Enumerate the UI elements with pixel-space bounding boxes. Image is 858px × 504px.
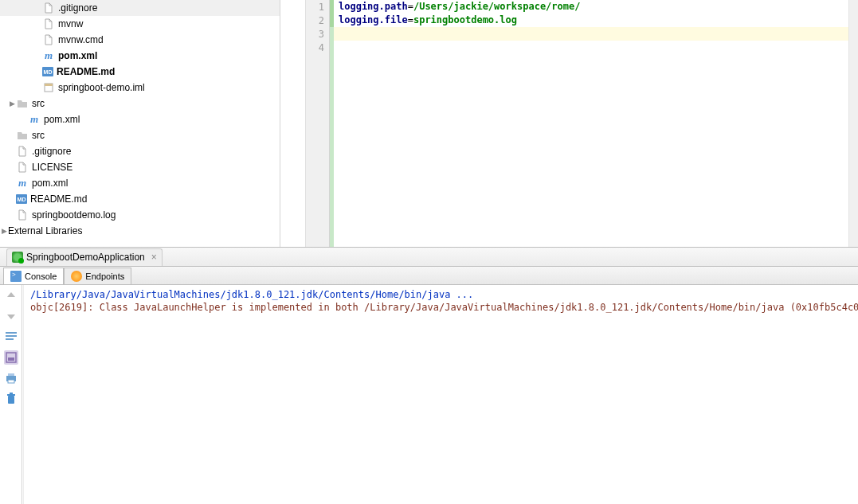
- editor-gutter-strip: [280, 0, 306, 247]
- tree-label: External Libraries: [8, 225, 82, 236]
- console-line[interactable]: /Library/Java/JavaVirtualMachines/jdk1.8…: [25, 288, 856, 301]
- run-sub-tab-bar: ConsoleEndpoints: [0, 267, 858, 285]
- tree-label: src: [32, 130, 45, 141]
- svg-rect-11: [7, 394, 15, 396]
- tree-item[interactable]: ▶src: [0, 96, 280, 111]
- scroll-down-button[interactable]: [4, 309, 18, 323]
- line-number: 4: [306, 41, 329, 54]
- expand-arrow-icon[interactable]: ▶: [0, 227, 8, 235]
- tree-label: .gitignore: [58, 2, 97, 14]
- console-toolbar: [0, 285, 22, 504]
- tree-label: LICENSE: [32, 162, 72, 173]
- run-tab-bar: SpringbootDemoApplication ×: [0, 248, 858, 267]
- tree-item[interactable]: .gitignore: [0, 0, 280, 16]
- code-line[interactable]: logging.file=springbootdemo.log: [334, 14, 848, 27]
- tree-item[interactable]: src: [0, 127, 280, 143]
- tree-item[interactable]: mpom.xml: [0, 48, 280, 64]
- tab-label: Endpoints: [85, 272, 124, 281]
- run-config-tab[interactable]: SpringbootDemoApplication ×: [6, 248, 163, 266]
- tree-item[interactable]: MDREADME.md: [0, 64, 280, 80]
- run-tool-window: SpringbootDemoApplication × ConsoleEndpo…: [0, 247, 858, 504]
- tree-item[interactable]: ▶External Libraries: [0, 223, 280, 239]
- tree-item[interactable]: mpom.xml: [0, 111, 280, 127]
- svg-rect-8: [8, 373, 14, 376]
- close-icon[interactable]: ×: [148, 252, 157, 263]
- module-icon: [42, 81, 55, 94]
- console-output[interactable]: /Library/Java/JavaVirtualMachines/jdk1.8…: [23, 285, 858, 504]
- code-line[interactable]: logging.path=/Users/jackie/workspace/rom…: [334, 0, 848, 14]
- tree-label: mvnw: [58, 18, 83, 29]
- maven-icon: m: [16, 177, 29, 189]
- tree-item[interactable]: springboot-demo.iml: [0, 80, 280, 96]
- line-number: 1: [306, 0, 329, 14]
- file-icon: [16, 145, 29, 158]
- tree-label: springboot-demo.iml: [58, 82, 145, 93]
- svg-rect-2: [6, 332, 17, 334]
- line-number: 3: [306, 27, 329, 41]
- tab-endpoints[interactable]: Endpoints: [64, 268, 131, 284]
- tree-item[interactable]: mvnw: [0, 16, 280, 32]
- file-icon: [16, 161, 29, 174]
- file-icon: [42, 33, 55, 46]
- editor[interactable]: 1234 logging.path=/Users/jackie/workspac…: [280, 0, 858, 247]
- scroll-up-button[interactable]: [4, 288, 18, 303]
- editor-error-stripe: [848, 0, 858, 247]
- console-line[interactable]: objc[2619]: Class JavaLaunchHelper is im…: [25, 301, 856, 314]
- svg-rect-10: [8, 396, 14, 404]
- tree-label: mvnw.cmd: [58, 34, 104, 45]
- tree-item[interactable]: LICENSE: [0, 159, 280, 175]
- tree-label: .gitignore: [32, 146, 71, 157]
- tree-label: README.md: [57, 66, 115, 77]
- console-icon: [10, 271, 22, 282]
- file-icon: [16, 209, 29, 221]
- tree-label: pom.xml: [58, 50, 97, 61]
- expand-arrow-icon[interactable]: ▶: [8, 100, 16, 107]
- svg-rect-4: [6, 338, 14, 340]
- tree-label: README.md: [30, 193, 87, 205]
- clear-all-button[interactable]: [4, 392, 18, 406]
- file-icon: [42, 2, 55, 14]
- tree-item[interactable]: mpom.xml: [0, 175, 280, 191]
- folder-icon: [16, 129, 29, 142]
- svg-rect-9: [8, 380, 14, 383]
- markdown-icon: MD: [42, 67, 53, 76]
- project-tree[interactable]: .gitignoremvnwmvnw.cmdmpom.xmlMDREADME.m…: [0, 0, 280, 247]
- line-number: 2: [306, 14, 329, 27]
- svg-rect-12: [10, 393, 13, 394]
- endpoints-icon: [71, 271, 82, 282]
- tree-label: src: [32, 98, 45, 109]
- tab-label: Console: [25, 272, 57, 281]
- tree-label: springbootdemo.log: [32, 209, 116, 221]
- tree-item[interactable]: MDREADME.md: [0, 191, 280, 207]
- tab-console[interactable]: Console: [3, 268, 64, 284]
- markdown-icon: MD: [16, 194, 27, 204]
- tree-item[interactable]: .gitignore: [0, 143, 280, 159]
- tree-label: pom.xml: [32, 178, 68, 189]
- code-line[interactable]: [334, 27, 848, 41]
- print-button[interactable]: [4, 371, 18, 385]
- tree-label: pom.xml: [44, 114, 80, 125]
- svg-rect-1: [45, 84, 53, 86]
- svg-rect-3: [6, 335, 17, 337]
- editor-line-numbers: 1234: [306, 0, 330, 247]
- run-config-label: SpringbootDemoApplication: [26, 252, 145, 263]
- folder-icon: [16, 97, 29, 110]
- spring-boot-icon: [12, 252, 23, 263]
- scroll-to-end-button[interactable]: [4, 350, 18, 365]
- svg-rect-6: [8, 357, 14, 361]
- editor-code[interactable]: logging.path=/Users/jackie/workspace/rom…: [334, 0, 848, 247]
- maven-icon: m: [42, 49, 55, 62]
- tree-item[interactable]: springbootdemo.log: [0, 207, 280, 223]
- maven-icon: m: [28, 113, 41, 126]
- code-line[interactable]: [334, 41, 848, 54]
- file-icon: [42, 18, 55, 30]
- tree-item[interactable]: mvnw.cmd: [0, 32, 280, 48]
- soft-wrap-button[interactable]: [4, 330, 18, 344]
